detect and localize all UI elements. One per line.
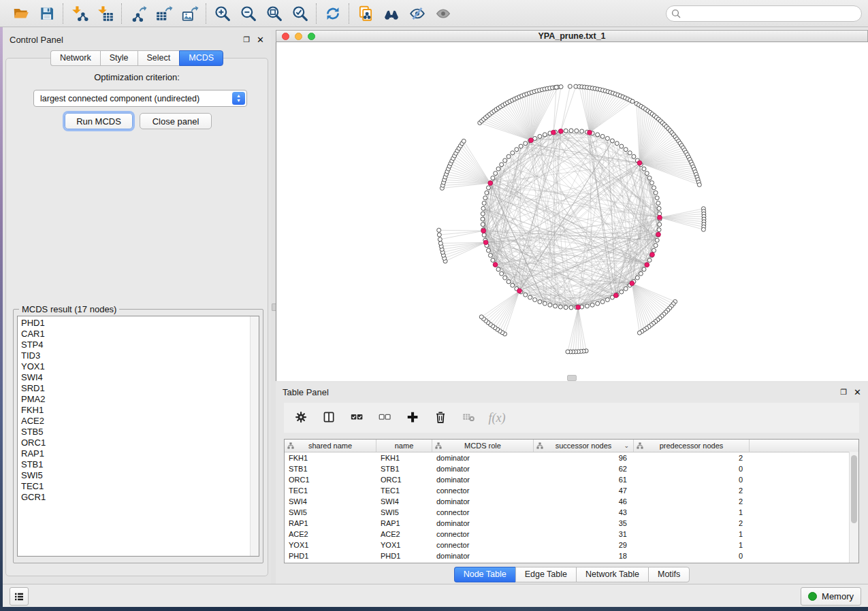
tab-mcds[interactable]: MCDS [179, 50, 223, 66]
import-network-icon[interactable] [70, 4, 89, 23]
table-cell: ORC1 [376, 476, 432, 484]
add-column-icon[interactable] [405, 410, 421, 426]
column-layout-icon[interactable] [321, 410, 338, 426]
result-list-item[interactable]: SRD1 [21, 383, 259, 394]
column-header-successor-nodes[interactable]: successor nodes⌄ [534, 440, 634, 452]
table-cell: connector [432, 508, 534, 516]
import-table-icon[interactable] [96, 4, 115, 23]
table-row[interactable]: SWI5SWI5connector431 [285, 507, 858, 518]
horizontal-splitter-handle[interactable] [567, 375, 577, 381]
column-header-MCDS-role[interactable]: MCDS role [432, 440, 534, 452]
table-row[interactable]: YOX1YOX1connector291 [285, 540, 858, 550]
settings-gear-icon[interactable] [293, 410, 310, 426]
table-row[interactable]: SWI4SWI4dominator462 [285, 496, 858, 507]
run-mcds-button[interactable]: Run MCDS [65, 113, 133, 129]
table-scrollbar-thumb[interactable] [851, 455, 857, 523]
result-list-item[interactable]: GCR1 [21, 492, 259, 503]
float-table-panel-icon[interactable]: ❐ [840, 388, 847, 397]
export-network-icon[interactable] [129, 4, 148, 23]
table-row[interactable]: ORC1ORC1dominator610 [285, 474, 858, 485]
table-cell: 2 [634, 497, 750, 506]
clone-network-icon[interactable] [356, 4, 375, 23]
tab-network-table[interactable]: Network Table [576, 567, 648, 582]
result-list-item[interactable]: ACE2 [21, 416, 259, 427]
column-header-name[interactable]: name [376, 440, 432, 452]
result-list-item[interactable]: FKH1 [21, 405, 259, 416]
export-image-icon[interactable] [180, 4, 199, 23]
column-header-shared-name[interactable]: shared name [285, 440, 376, 452]
table-cell: FKH1 [285, 454, 376, 462]
search-input[interactable] [666, 5, 862, 22]
refresh-icon[interactable] [323, 4, 342, 23]
zoom-out-icon[interactable] [239, 4, 258, 23]
result-list-item[interactable]: SWI5 [21, 470, 259, 481]
tab-select[interactable]: Select [138, 50, 180, 66]
select-all-checks-icon[interactable] [349, 410, 366, 426]
zoom-selected-icon[interactable] [291, 4, 310, 23]
graph-ring-nodes [481, 129, 662, 310]
save-icon[interactable] [37, 4, 57, 23]
result-list-item[interactable]: ORC1 [21, 437, 259, 448]
close-table-panel-icon[interactable]: ✕ [854, 387, 861, 397]
table-cell: ACE2 [376, 530, 432, 538]
mcds-tab-content: Optimization criterion: largest connecte… [5, 58, 268, 576]
table-cell: 96 [534, 454, 634, 462]
delete-column-icon[interactable] [433, 410, 449, 426]
table-row[interactable]: RAP1RAP1dominator352 [285, 518, 858, 529]
network-graph[interactable] [276, 42, 867, 381]
float-panel-icon[interactable]: ❐ [243, 35, 250, 44]
table-cell: 18 [534, 552, 634, 560]
function-fx-icon[interactable]: f(x) [489, 410, 505, 426]
result-list-item[interactable]: YOX1 [21, 361, 259, 372]
result-list-item[interactable]: STB1 [21, 459, 259, 470]
zoom-fit-icon[interactable] [265, 4, 284, 23]
result-list-item[interactable]: STB5 [21, 427, 259, 437]
table-cell: connector [432, 486, 534, 495]
result-list-scrollbar[interactable] [250, 316, 259, 556]
optimization-criterion-dropdown[interactable]: largest connected component (undirected)… [33, 90, 247, 107]
result-list-item[interactable]: PMA2 [21, 394, 259, 405]
zoom-in-icon[interactable] [213, 4, 232, 23]
tab-motifs[interactable]: Motifs [648, 567, 690, 582]
tab-network[interactable]: Network [50, 50, 100, 66]
toolbar-group [317, 4, 349, 23]
table-toolbar: f(x) [284, 403, 859, 433]
table-row[interactable]: FKH1FKH1dominator962 [285, 452, 858, 463]
open-icon[interactable] [12, 4, 31, 23]
deselect-all-checks-icon[interactable] [377, 410, 393, 426]
memory-button[interactable]: Memory [801, 587, 861, 606]
table-row[interactable]: PHD1PHD1dominator180 [285, 550, 858, 561]
result-list-item[interactable]: RAP1 [21, 448, 259, 459]
close-panel-icon[interactable]: ✕ [257, 35, 264, 45]
table-row[interactable]: ACE2ACE2connector311 [285, 529, 858, 540]
tab-style[interactable]: Style [100, 50, 138, 66]
vertical-splitter[interactable] [271, 30, 276, 584]
table-row[interactable]: TEC1TEC1connector472 [285, 485, 858, 496]
network-window-titlebar[interactable]: YPA_prune.txt_1 [276, 30, 868, 42]
network-canvas[interactable] [276, 42, 868, 381]
result-list-item[interactable]: SWI4 [21, 372, 259, 383]
hide-visibility-icon[interactable] [408, 4, 427, 23]
table-cell: dominator [432, 497, 534, 506]
mcds-result-list[interactable]: PHD1CAR1STP4TID3YOX1SWI4SRD1PMA2FKH1ACE2… [17, 316, 259, 557]
delete-table-icon[interactable] [461, 410, 477, 426]
column-header-predecessor-nodes[interactable]: predecessor nodes [634, 440, 750, 452]
result-list-item[interactable]: TID3 [21, 350, 259, 361]
close-panel-button[interactable]: Close panel [140, 113, 212, 129]
network-window-title: YPA_prune.txt_1 [276, 31, 868, 41]
result-list-item[interactable]: STP4 [21, 340, 259, 350]
result-list-item[interactable]: TEC1 [21, 481, 259, 492]
task-history-button[interactable] [10, 587, 29, 606]
show-visibility-icon[interactable] [434, 4, 453, 23]
table-scrollbar[interactable] [849, 452, 858, 563]
table-row[interactable]: STB1STB1dominator620 [285, 463, 858, 474]
result-list-item[interactable]: CAR1 [21, 329, 259, 340]
result-list-item[interactable]: PHD1 [21, 318, 259, 329]
tab-edge-table[interactable]: Edge Table [515, 567, 576, 582]
export-table-icon[interactable] [155, 4, 174, 23]
tab-node-table[interactable]: Node Table [454, 567, 515, 582]
binoculars-icon[interactable] [382, 4, 401, 23]
table-cell: 1 [634, 541, 750, 549]
table-cell: 0 [634, 476, 750, 484]
table-cell: PHD1 [285, 552, 376, 560]
